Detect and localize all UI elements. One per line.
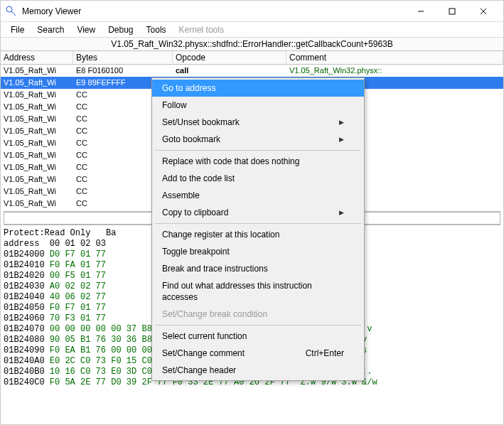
submenu-arrow-icon: ▶ (339, 134, 344, 145)
menu-item-label: Toggle breakpoint (162, 246, 230, 257)
header-bytes[interactable]: Bytes (73, 51, 173, 64)
menu-item[interactable]: Set/Unset bookmark▶ (152, 114, 364, 131)
menu-item[interactable]: Select current function (152, 328, 364, 345)
header-opcode[interactable]: Opcode (173, 51, 286, 64)
svg-line-1 (11, 11, 16, 16)
menu-file[interactable]: File (5, 23, 30, 36)
menu-item[interactable]: Toggle breakpoint (152, 243, 364, 260)
context-menu: Go to addressFollowSet/Unset bookmark▶Go… (151, 77, 365, 381)
menu-item-label: Break and trace instructions (162, 263, 268, 274)
menu-item-label: Replace with code that does nothing (162, 156, 299, 167)
disassembly-headers: Address Bytes Opcode Comment (1, 51, 503, 65)
menu-debug[interactable]: Debug (102, 23, 139, 36)
window-controls (405, 1, 499, 21)
menu-item[interactable]: Break and trace instructions (152, 260, 364, 277)
header-address[interactable]: Address (1, 51, 73, 64)
close-button[interactable] (468, 1, 499, 21)
menu-item[interactable]: Set/Change commentCtrl+Enter (152, 345, 364, 362)
menu-item-shortcut: Ctrl+Enter (306, 348, 344, 359)
menu-item[interactable]: Set/Change header (152, 362, 364, 379)
menu-kernel-tools[interactable]: Kernel tools (173, 23, 230, 36)
menu-item[interactable]: Replace with code that does nothing (152, 153, 364, 170)
menu-item-label: Select current function (162, 330, 247, 342)
menu-item-label: Set/Unset bookmark (162, 117, 240, 128)
menu-item[interactable]: Add to the code list (152, 170, 364, 187)
app-icon (5, 5, 18, 18)
menu-item-label: Set/Change header (162, 365, 236, 376)
menu-item-label: Goto bookmark (162, 134, 220, 145)
svg-point-0 (6, 6, 12, 12)
menu-item[interactable]: Follow (152, 97, 364, 114)
disasm-row[interactable]: V1.05_Raft_WiE8 F0160100callV1.05_Raft_W… (1, 65, 503, 77)
menu-item-label: Change register at this location (162, 229, 279, 240)
titlebar: Memory Viewer (1, 1, 503, 22)
menu-search[interactable]: Search (31, 23, 70, 36)
menu-view[interactable]: View (71, 23, 101, 36)
menu-item-label: Set/Change comment (162, 348, 245, 359)
menu-separator (155, 150, 361, 151)
menu-tools[interactable]: Tools (141, 23, 172, 36)
svg-rect-3 (449, 9, 455, 14)
menu-item-label: Go to address (162, 82, 215, 94)
menu-item-label: Set/Change break condition (162, 308, 267, 320)
window-title: Memory Viewer (22, 6, 405, 16)
menu-separator (155, 325, 361, 326)
menu-item-label: Assemble (162, 190, 200, 201)
menu-item: Set/Change break condition (152, 306, 364, 323)
menu-item-label: Copy to clipboard (162, 207, 228, 218)
menu-item[interactable]: Go to address (152, 80, 364, 97)
menubar: File Search View Debug Tools Kernel tool… (1, 22, 503, 38)
minimize-button[interactable] (405, 1, 436, 21)
menu-item[interactable]: Find out what addresses this instruction… (152, 277, 364, 306)
header-comment[interactable]: Comment (286, 51, 503, 64)
menu-item-label: Follow (162, 99, 187, 111)
submenu-arrow-icon: ▶ (339, 117, 344, 128)
menu-separator (155, 223, 361, 224)
menu-item-label: Find out what addresses this instruction… (162, 280, 344, 303)
menu-item[interactable]: Copy to clipboard▶ (152, 204, 364, 221)
current-location-bar[interactable]: V1.05_Raft_Win32.physx::shdfnd::ErrorHan… (1, 38, 503, 51)
maximize-button[interactable] (436, 1, 468, 21)
menu-item[interactable]: Goto bookmark▶ (152, 131, 364, 148)
menu-item[interactable]: Assemble (152, 187, 364, 204)
menu-item[interactable]: Change register at this location (152, 226, 364, 243)
submenu-arrow-icon: ▶ (339, 207, 344, 218)
menu-item-label: Add to the code list (162, 173, 235, 184)
